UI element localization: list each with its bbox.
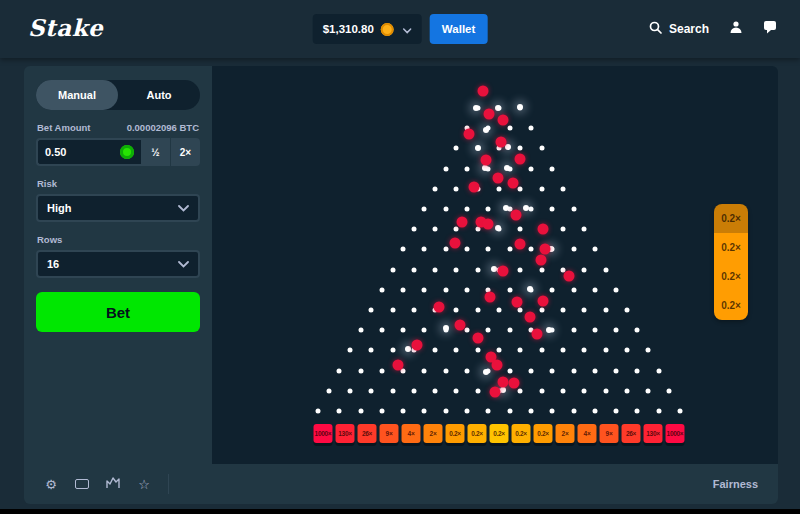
result-badge[interactable]: 0.2× bbox=[714, 291, 748, 320]
peg bbox=[411, 227, 416, 232]
multiplier-bucket: 2× bbox=[424, 424, 443, 443]
multiplier-bucket: 4× bbox=[402, 424, 421, 443]
peg bbox=[603, 308, 608, 313]
peg bbox=[603, 348, 608, 353]
peg bbox=[582, 227, 587, 232]
peg bbox=[422, 207, 427, 212]
peg bbox=[358, 368, 363, 373]
ball bbox=[536, 255, 547, 266]
peg bbox=[465, 328, 470, 333]
peg bbox=[539, 388, 544, 393]
peg bbox=[656, 409, 661, 414]
search-label: Search bbox=[669, 22, 709, 36]
peg bbox=[486, 247, 491, 252]
ball bbox=[509, 378, 520, 389]
peg-glow bbox=[443, 325, 449, 331]
ball bbox=[515, 239, 526, 250]
peg-glow bbox=[495, 105, 501, 111]
peg bbox=[497, 308, 502, 313]
profile-button[interactable] bbox=[729, 20, 743, 38]
bet-panel: Manual Auto Bet Amount 0.00002096 BTC 0.… bbox=[24, 66, 212, 464]
peg bbox=[635, 409, 640, 414]
multiplier-bucket: 0.2× bbox=[468, 424, 487, 443]
balance-selector[interactable]: $1,310.80 bbox=[313, 14, 422, 44]
peg bbox=[497, 348, 502, 353]
peg-glow bbox=[523, 205, 529, 211]
peg bbox=[475, 308, 480, 313]
bet-amount-row: 0.50 ½ 2× bbox=[36, 138, 200, 166]
peg bbox=[550, 287, 555, 292]
peg bbox=[486, 328, 491, 333]
peg bbox=[401, 247, 406, 252]
peg bbox=[443, 287, 448, 292]
peg bbox=[507, 287, 512, 292]
peg bbox=[507, 247, 512, 252]
tab-auto[interactable]: Auto bbox=[118, 80, 200, 110]
peg bbox=[528, 368, 533, 373]
settings-button[interactable]: ⚙ bbox=[44, 478, 58, 491]
peg bbox=[560, 348, 565, 353]
bottom-edge-bar bbox=[0, 509, 800, 514]
peg bbox=[539, 308, 544, 313]
ball bbox=[457, 217, 468, 228]
rows-select[interactable]: 16 bbox=[36, 250, 200, 278]
favorite-button[interactable]: ☆ bbox=[137, 478, 151, 491]
peg bbox=[465, 368, 470, 373]
ball bbox=[511, 210, 522, 221]
tab-manual[interactable]: Manual bbox=[36, 80, 118, 110]
fairness-link[interactable]: Fairness bbox=[713, 478, 758, 490]
peg bbox=[539, 348, 544, 353]
ball bbox=[484, 109, 495, 120]
ball bbox=[473, 333, 484, 344]
bet-amount-input[interactable]: 0.50 bbox=[36, 138, 141, 166]
peg-glow bbox=[473, 105, 479, 111]
result-badge[interactable]: 0.2× bbox=[714, 204, 748, 233]
top-nav: Stake $1,310.80 Wallet Search bbox=[0, 0, 800, 58]
peg bbox=[422, 409, 427, 414]
peg bbox=[454, 388, 459, 393]
live-stats-button[interactable] bbox=[106, 475, 120, 493]
multiplier-bucket: 1000× bbox=[314, 424, 333, 443]
peg bbox=[465, 207, 470, 212]
wallet-button[interactable]: Wallet bbox=[430, 14, 487, 44]
peg bbox=[433, 348, 438, 353]
risk-select[interactable]: High bbox=[36, 194, 200, 222]
result-badge[interactable]: 0.2× bbox=[714, 262, 748, 291]
ball bbox=[515, 154, 526, 165]
double-bet-button[interactable]: 2× bbox=[170, 138, 200, 166]
peg bbox=[571, 287, 576, 292]
peg-glow bbox=[482, 165, 488, 171]
peg bbox=[592, 247, 597, 252]
bet-button[interactable]: Bet bbox=[36, 292, 200, 332]
ball bbox=[483, 219, 494, 230]
peg bbox=[379, 328, 384, 333]
peg bbox=[560, 227, 565, 232]
peg bbox=[443, 207, 448, 212]
rows-value: 16 bbox=[47, 258, 59, 270]
theatre-mode-button[interactable] bbox=[75, 479, 89, 489]
peg-glow bbox=[546, 327, 552, 333]
recent-results-stack: 0.2×0.2×0.2×0.2× bbox=[714, 204, 748, 320]
bet-amount-crypto: 0.00002096 BTC bbox=[127, 122, 199, 133]
peg bbox=[379, 368, 384, 373]
peg bbox=[528, 207, 533, 212]
peg bbox=[486, 409, 491, 414]
peg-glow bbox=[527, 286, 533, 292]
stake-logo[interactable]: Stake bbox=[28, 14, 103, 41]
peg bbox=[550, 207, 555, 212]
search-button[interactable]: Search bbox=[649, 21, 709, 37]
half-bet-button[interactable]: ½ bbox=[141, 138, 170, 166]
nav-right: Search bbox=[649, 0, 778, 58]
peg bbox=[401, 409, 406, 414]
peg bbox=[507, 368, 512, 373]
peg bbox=[401, 328, 406, 333]
bet-amount-value: 0.50 bbox=[45, 146, 66, 158]
result-badge[interactable]: 0.2× bbox=[714, 233, 748, 262]
currency-coin-icon bbox=[120, 145, 134, 159]
game-content: Manual Auto Bet Amount 0.00002096 BTC 0.… bbox=[24, 66, 778, 464]
peg-glow bbox=[500, 387, 506, 393]
ball bbox=[464, 129, 475, 140]
peg bbox=[454, 267, 459, 272]
chat-button[interactable] bbox=[763, 20, 778, 38]
peg bbox=[646, 348, 651, 353]
